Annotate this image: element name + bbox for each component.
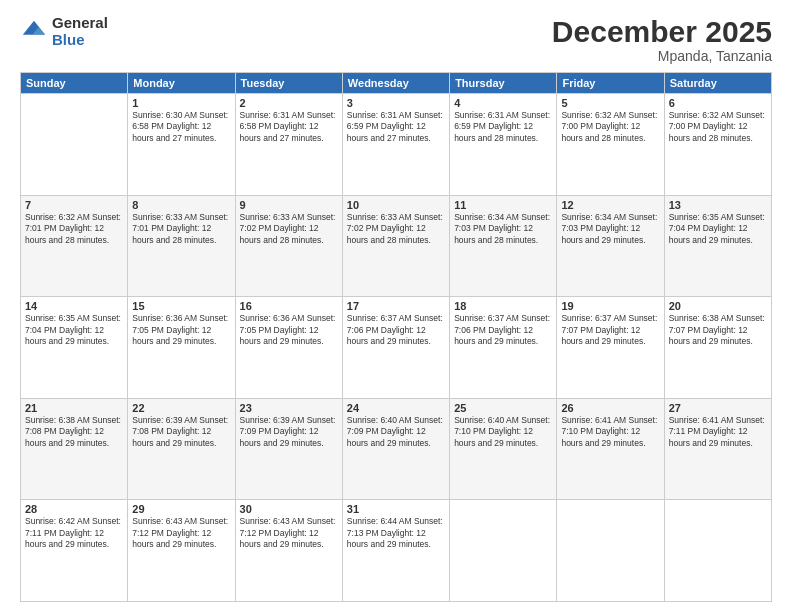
calendar-cell: 3Sunrise: 6:31 AM Sunset: 6:59 PM Daylig… (342, 94, 449, 196)
weekday-header-sunday: Sunday (21, 73, 128, 94)
weekday-header-monday: Monday (128, 73, 235, 94)
day-number: 21 (25, 402, 123, 414)
day-number: 3 (347, 97, 445, 109)
calendar-cell: 17Sunrise: 6:37 AM Sunset: 7:06 PM Dayli… (342, 297, 449, 399)
day-number: 15 (132, 300, 230, 312)
weekday-header-tuesday: Tuesday (235, 73, 342, 94)
day-number: 22 (132, 402, 230, 414)
calendar-cell: 13Sunrise: 6:35 AM Sunset: 7:04 PM Dayli… (664, 195, 771, 297)
calendar-cell: 30Sunrise: 6:43 AM Sunset: 7:12 PM Dayli… (235, 500, 342, 602)
day-info: Sunrise: 6:35 AM Sunset: 7:04 PM Dayligh… (669, 212, 767, 246)
week-row-3: 14Sunrise: 6:35 AM Sunset: 7:04 PM Dayli… (21, 297, 772, 399)
header: General Blue December 2025 Mpanda, Tanza… (20, 15, 772, 64)
day-info: Sunrise: 6:32 AM Sunset: 7:01 PM Dayligh… (25, 212, 123, 246)
day-number: 6 (669, 97, 767, 109)
day-info: Sunrise: 6:31 AM Sunset: 6:59 PM Dayligh… (454, 110, 552, 144)
calendar-cell: 29Sunrise: 6:43 AM Sunset: 7:12 PM Dayli… (128, 500, 235, 602)
day-info: Sunrise: 6:30 AM Sunset: 6:58 PM Dayligh… (132, 110, 230, 144)
day-info: Sunrise: 6:44 AM Sunset: 7:13 PM Dayligh… (347, 516, 445, 550)
location-subtitle: Mpanda, Tanzania (552, 48, 772, 64)
calendar-cell (450, 500, 557, 602)
day-number: 1 (132, 97, 230, 109)
day-number: 25 (454, 402, 552, 414)
weekday-header-friday: Friday (557, 73, 664, 94)
day-number: 29 (132, 503, 230, 515)
day-info: Sunrise: 6:37 AM Sunset: 7:06 PM Dayligh… (454, 313, 552, 347)
day-number: 4 (454, 97, 552, 109)
day-number: 9 (240, 199, 338, 211)
weekday-header-saturday: Saturday (664, 73, 771, 94)
month-title: December 2025 (552, 15, 772, 48)
calendar-cell: 4Sunrise: 6:31 AM Sunset: 6:59 PM Daylig… (450, 94, 557, 196)
calendar-cell: 31Sunrise: 6:44 AM Sunset: 7:13 PM Dayli… (342, 500, 449, 602)
calendar-cell (664, 500, 771, 602)
week-row-5: 28Sunrise: 6:42 AM Sunset: 7:11 PM Dayli… (21, 500, 772, 602)
day-number: 17 (347, 300, 445, 312)
day-info: Sunrise: 6:41 AM Sunset: 7:10 PM Dayligh… (561, 415, 659, 449)
day-info: Sunrise: 6:40 AM Sunset: 7:09 PM Dayligh… (347, 415, 445, 449)
logo-icon (20, 18, 48, 46)
day-info: Sunrise: 6:39 AM Sunset: 7:08 PM Dayligh… (132, 415, 230, 449)
calendar-cell: 24Sunrise: 6:40 AM Sunset: 7:09 PM Dayli… (342, 398, 449, 500)
day-number: 10 (347, 199, 445, 211)
calendar-cell: 19Sunrise: 6:37 AM Sunset: 7:07 PM Dayli… (557, 297, 664, 399)
calendar-cell: 10Sunrise: 6:33 AM Sunset: 7:02 PM Dayli… (342, 195, 449, 297)
day-info: Sunrise: 6:38 AM Sunset: 7:08 PM Dayligh… (25, 415, 123, 449)
calendar-cell: 20Sunrise: 6:38 AM Sunset: 7:07 PM Dayli… (664, 297, 771, 399)
day-info: Sunrise: 6:35 AM Sunset: 7:04 PM Dayligh… (25, 313, 123, 347)
day-number: 31 (347, 503, 445, 515)
day-info: Sunrise: 6:43 AM Sunset: 7:12 PM Dayligh… (240, 516, 338, 550)
day-info: Sunrise: 6:38 AM Sunset: 7:07 PM Dayligh… (669, 313, 767, 347)
calendar-table: SundayMondayTuesdayWednesdayThursdayFrid… (20, 72, 772, 602)
calendar-cell: 9Sunrise: 6:33 AM Sunset: 7:02 PM Daylig… (235, 195, 342, 297)
day-info: Sunrise: 6:37 AM Sunset: 7:07 PM Dayligh… (561, 313, 659, 347)
day-number: 2 (240, 97, 338, 109)
calendar-cell (557, 500, 664, 602)
calendar-cell: 22Sunrise: 6:39 AM Sunset: 7:08 PM Dayli… (128, 398, 235, 500)
day-info: Sunrise: 6:41 AM Sunset: 7:11 PM Dayligh… (669, 415, 767, 449)
day-number: 20 (669, 300, 767, 312)
day-number: 5 (561, 97, 659, 109)
logo: General Blue (20, 15, 108, 48)
day-info: Sunrise: 6:33 AM Sunset: 7:02 PM Dayligh… (240, 212, 338, 246)
day-info: Sunrise: 6:34 AM Sunset: 7:03 PM Dayligh… (454, 212, 552, 246)
logo-text: General Blue (52, 15, 108, 48)
calendar-cell: 6Sunrise: 6:32 AM Sunset: 7:00 PM Daylig… (664, 94, 771, 196)
calendar-cell: 16Sunrise: 6:36 AM Sunset: 7:05 PM Dayli… (235, 297, 342, 399)
day-number: 7 (25, 199, 123, 211)
day-info: Sunrise: 6:33 AM Sunset: 7:02 PM Dayligh… (347, 212, 445, 246)
calendar-cell: 2Sunrise: 6:31 AM Sunset: 6:58 PM Daylig… (235, 94, 342, 196)
day-number: 23 (240, 402, 338, 414)
calendar-cell: 14Sunrise: 6:35 AM Sunset: 7:04 PM Dayli… (21, 297, 128, 399)
calendar-cell: 23Sunrise: 6:39 AM Sunset: 7:09 PM Dayli… (235, 398, 342, 500)
day-info: Sunrise: 6:32 AM Sunset: 7:00 PM Dayligh… (561, 110, 659, 144)
day-info: Sunrise: 6:43 AM Sunset: 7:12 PM Dayligh… (132, 516, 230, 550)
weekday-header-thursday: Thursday (450, 73, 557, 94)
day-number: 8 (132, 199, 230, 211)
calendar-cell: 8Sunrise: 6:33 AM Sunset: 7:01 PM Daylig… (128, 195, 235, 297)
week-row-4: 21Sunrise: 6:38 AM Sunset: 7:08 PM Dayli… (21, 398, 772, 500)
week-row-1: 1Sunrise: 6:30 AM Sunset: 6:58 PM Daylig… (21, 94, 772, 196)
day-info: Sunrise: 6:39 AM Sunset: 7:09 PM Dayligh… (240, 415, 338, 449)
day-info: Sunrise: 6:31 AM Sunset: 6:58 PM Dayligh… (240, 110, 338, 144)
day-number: 27 (669, 402, 767, 414)
calendar-cell: 1Sunrise: 6:30 AM Sunset: 6:58 PM Daylig… (128, 94, 235, 196)
day-info: Sunrise: 6:36 AM Sunset: 7:05 PM Dayligh… (240, 313, 338, 347)
day-number: 24 (347, 402, 445, 414)
day-number: 12 (561, 199, 659, 211)
day-info: Sunrise: 6:34 AM Sunset: 7:03 PM Dayligh… (561, 212, 659, 246)
calendar-cell: 11Sunrise: 6:34 AM Sunset: 7:03 PM Dayli… (450, 195, 557, 297)
day-info: Sunrise: 6:37 AM Sunset: 7:06 PM Dayligh… (347, 313, 445, 347)
calendar-cell: 26Sunrise: 6:41 AM Sunset: 7:10 PM Dayli… (557, 398, 664, 500)
day-number: 14 (25, 300, 123, 312)
calendar-cell: 27Sunrise: 6:41 AM Sunset: 7:11 PM Dayli… (664, 398, 771, 500)
day-info: Sunrise: 6:31 AM Sunset: 6:59 PM Dayligh… (347, 110, 445, 144)
day-number: 26 (561, 402, 659, 414)
calendar-cell: 12Sunrise: 6:34 AM Sunset: 7:03 PM Dayli… (557, 195, 664, 297)
day-number: 18 (454, 300, 552, 312)
day-number: 13 (669, 199, 767, 211)
page: General Blue December 2025 Mpanda, Tanza… (0, 0, 792, 612)
calendar-cell: 7Sunrise: 6:32 AM Sunset: 7:01 PM Daylig… (21, 195, 128, 297)
day-number: 19 (561, 300, 659, 312)
weekday-header-row: SundayMondayTuesdayWednesdayThursdayFrid… (21, 73, 772, 94)
